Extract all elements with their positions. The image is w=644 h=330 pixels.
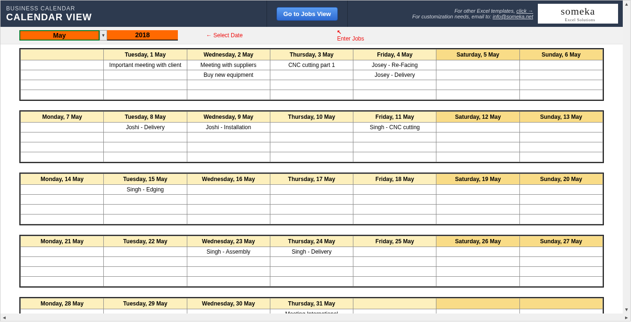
calendar-cell[interactable] [270,267,353,277]
calendar-cell[interactable] [436,90,519,100]
calendar-cell[interactable] [21,195,104,205]
calendar-cell[interactable] [187,90,270,100]
calendar-cell[interactable]: Buy new equipment [187,70,270,80]
calendar-cell[interactable] [21,267,104,277]
calendar-cell[interactable] [270,142,353,152]
calendar-cell[interactable] [353,267,436,277]
calendar-cell[interactable] [21,205,104,214]
calendar-cell[interactable] [21,214,104,224]
calendar-cell[interactable] [21,152,104,162]
calendar-cell[interactable] [270,185,353,195]
calendar-cell[interactable] [519,267,602,277]
calendar-cell[interactable] [187,277,270,287]
calendar-cell[interactable] [187,267,270,277]
scroll-right-icon[interactable]: ► [623,315,630,320]
calendar-cell[interactable] [519,70,602,80]
calendar-cell[interactable] [436,195,519,205]
calendar-cell[interactable] [21,60,104,70]
calendar-cell[interactable]: Joshi - Delivery [104,123,187,132]
calendar-cell[interactable] [353,152,436,162]
scroll-up-icon[interactable]: ▲ [624,0,629,8]
calendar-cell[interactable] [104,90,187,100]
calendar-cell[interactable] [104,70,187,80]
scroll-left-icon[interactable]: ◄ [0,315,8,320]
calendar-cell[interactable] [270,70,353,80]
calendar-cell[interactable] [436,70,519,80]
calendar-cell[interactable] [270,214,353,224]
calendar-cell[interactable] [519,257,602,267]
calendar-cell[interactable] [21,90,104,100]
calendar-cell[interactable] [104,214,187,224]
calendar-cell[interactable] [436,60,519,70]
calendar-cell[interactable] [353,132,436,142]
calendar-cell[interactable] [353,142,436,152]
calendar-cell[interactable] [187,185,270,195]
calendar-cell[interactable] [436,267,519,277]
calendar-cell[interactable] [104,132,187,142]
calendar-cell[interactable] [353,90,436,100]
calendar-cell[interactable] [187,80,270,90]
calendar-cell[interactable] [353,257,436,267]
calendar-cell[interactable]: CNC cutting part 1 [270,60,353,70]
calendar-cell[interactable] [270,80,353,90]
calendar-cell[interactable] [519,80,602,90]
calendar-cell[interactable]: Important meeting with client [104,60,187,70]
calendar-cell[interactable] [519,132,602,142]
calendar-cell[interactable] [187,214,270,224]
calendar-cell[interactable] [519,90,602,100]
calendar-cell[interactable] [270,90,353,100]
calendar-cell[interactable] [104,247,187,257]
templates-link[interactable]: click → [517,8,533,14]
vertical-scrollbar[interactable]: ▲ ▼ [623,0,630,314]
calendar-cell[interactable]: Singh - Delivery [270,247,353,257]
calendar-cell[interactable] [519,195,602,205]
calendar-cell[interactable] [104,277,187,287]
calendar-cell[interactable] [187,205,270,214]
calendar-cell[interactable] [519,205,602,214]
calendar-cell[interactable] [104,257,187,267]
calendar-cell[interactable] [353,205,436,214]
calendar-cell[interactable] [21,132,104,142]
calendar-cell[interactable] [21,123,104,132]
calendar-cell[interactable]: Josey - Re-Facing [353,60,436,70]
calendar-cell[interactable]: Singh - Assembly [187,247,270,257]
calendar-cell[interactable] [104,152,187,162]
calendar-cell[interactable] [353,247,436,257]
calendar-cell[interactable] [353,277,436,287]
calendar-cell[interactable] [519,247,602,257]
calendar-cell[interactable] [519,60,602,70]
calendar-cell[interactable] [353,185,436,195]
calendar-cell[interactable] [104,205,187,214]
calendar-cell[interactable] [270,195,353,205]
calendar-cell[interactable] [21,257,104,267]
calendar-cell[interactable] [187,257,270,267]
scroll-down-icon[interactable]: ▼ [624,306,629,314]
calendar-cell[interactable] [436,247,519,257]
calendar-cell[interactable] [104,267,187,277]
calendar-cell[interactable] [270,132,353,142]
calendar-cell[interactable] [519,123,602,132]
calendar-cell[interactable] [436,142,519,152]
calendar-cell[interactable] [187,152,270,162]
calendar-cell[interactable] [436,205,519,214]
calendar-cell[interactable] [104,142,187,152]
calendar-cell[interactable]: Joshi - Installation [187,123,270,132]
calendar-cell[interactable] [353,195,436,205]
calendar-cell[interactable] [436,132,519,142]
calendar-cell[interactable] [519,185,602,195]
calendar-cell[interactable] [270,205,353,214]
calendar-cell[interactable] [187,195,270,205]
calendar-cell[interactable] [436,185,519,195]
calendar-cell[interactable] [270,277,353,287]
calendar-cell[interactable] [21,185,104,195]
calendar-cell[interactable] [436,123,519,132]
calendar-cell[interactable] [270,123,353,132]
calendar-cell[interactable] [436,152,519,162]
calendar-cell[interactable] [21,277,104,287]
go-to-jobs-button[interactable]: Go to Jobs View [276,7,338,21]
year-select[interactable]: 2018 [107,30,178,41]
calendar-cell[interactable] [519,152,602,162]
calendar-cell[interactable] [21,70,104,80]
calendar-cell[interactable] [21,142,104,152]
calendar-cell[interactable] [270,257,353,267]
